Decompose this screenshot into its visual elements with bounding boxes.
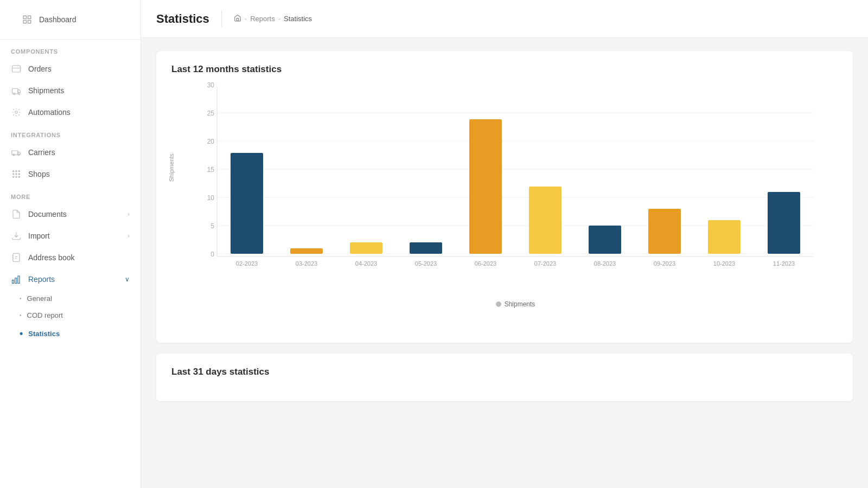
dashboard-label: Dashboard — [39, 15, 76, 24]
svg-rect-0 — [23, 16, 26, 18]
svg-rect-24 — [18, 276, 20, 284]
top-bar: Statistics - Reports - Statistics — [141, 0, 868, 38]
carriers-icon — [11, 147, 22, 158]
svg-text:02-2023: 02-2023 — [236, 260, 258, 267]
bar-02-2023 — [231, 153, 263, 254]
sidebar-item-documents[interactable]: Documents › — [0, 203, 141, 225]
shipments-icon — [11, 85, 22, 96]
sidebar-item-carriers[interactable]: Carriers — [0, 142, 141, 163]
components-section-label: COMPONENTS — [0, 40, 141, 58]
sidebar-item-import-label: Import — [28, 232, 50, 240]
import-icon — [11, 230, 22, 241]
sidebar-item-reports[interactable]: Reports ∨ — [0, 268, 141, 290]
chart-31days-title: Last 31 days statistics — [171, 367, 838, 377]
bar-11-2023 — [768, 192, 800, 254]
y-axis-label: Shipments — [168, 146, 175, 189]
sidebar-item-shops-label: Shops — [28, 170, 50, 178]
svg-point-15 — [13, 174, 14, 175]
svg-text:11-2023: 11-2023 — [773, 260, 795, 267]
breadcrumb-reports[interactable]: Reports — [250, 15, 275, 23]
bar-chart-12months: 0 5 10 15 20 25 30 02-2023 — [193, 86, 838, 292]
svg-text:03-2023: 03-2023 — [296, 260, 317, 267]
sidebar-sub-general-label: General — [27, 294, 52, 303]
sidebar-item-import[interactable]: Import › — [0, 225, 141, 247]
svg-text:10-2023: 10-2023 — [713, 260, 735, 267]
sidebar-item-carriers-label: Carriers — [28, 148, 55, 157]
svg-text:0: 0 — [210, 251, 214, 258]
bar-05-2023 — [410, 242, 442, 254]
sidebar-sub-cod-label: COD report — [27, 311, 63, 319]
address-book-icon — [11, 252, 22, 263]
content-area: Last 12 months statistics Shipments — [141, 38, 868, 414]
sidebar-item-shipments[interactable]: Shipments — [0, 80, 141, 101]
svg-text:08-2023: 08-2023 — [594, 260, 616, 267]
sidebar-item-address-book-label: Address book — [28, 253, 75, 262]
breadcrumb-home-icon[interactable] — [234, 14, 241, 23]
bar-08-2023 — [589, 226, 621, 254]
svg-rect-2 — [23, 21, 26, 23]
breadcrumb-sep2: - — [278, 15, 280, 23]
orders-icon — [11, 63, 22, 74]
svg-point-14 — [18, 171, 20, 172]
statistics-bullet: • — [20, 328, 23, 339]
svg-rect-9 — [12, 151, 18, 155]
cod-bullet: • — [20, 312, 22, 318]
svg-point-13 — [16, 171, 17, 172]
bar-07-2023 — [529, 187, 561, 254]
svg-text:07-2023: 07-2023 — [534, 260, 556, 267]
sidebar-sub-cod[interactable]: • COD report — [0, 307, 141, 324]
svg-text:20: 20 — [207, 138, 215, 145]
svg-text:15: 15 — [207, 166, 215, 174]
sidebar-section-more: MORE Documents › Import › Address book — [0, 185, 141, 344]
svg-rect-4 — [12, 66, 21, 72]
svg-rect-25 — [237, 18, 239, 21]
sidebar-item-shops[interactable]: Shops — [0, 163, 141, 185]
svg-text:04-2023: 04-2023 — [355, 260, 377, 267]
svg-point-20 — [18, 176, 20, 177]
sidebar-sub-statistics[interactable]: • Statistics — [0, 324, 141, 344]
legend-label-shipments: Shipments — [505, 300, 535, 308]
dashboard-icon — [22, 14, 33, 25]
sidebar-item-documents-label: Documents — [28, 210, 67, 219]
svg-text:05-2023: 05-2023 — [415, 260, 437, 267]
svg-text:06-2023: 06-2023 — [475, 260, 496, 267]
svg-text:10: 10 — [207, 194, 215, 202]
svg-point-16 — [16, 174, 17, 175]
chart-12months-card: Last 12 months statistics Shipments — [156, 51, 853, 343]
page-title: Statistics — [156, 12, 209, 26]
svg-point-12 — [13, 171, 14, 172]
chart-12months-title: Last 12 months statistics — [171, 64, 838, 75]
svg-text:09-2023: 09-2023 — [654, 260, 675, 267]
automations-icon — [11, 107, 22, 118]
svg-point-11 — [18, 154, 20, 156]
breadcrumb: - Reports - Statistics — [234, 14, 312, 23]
sidebar-item-automations[interactable]: Automations — [0, 101, 141, 123]
sidebar-item-address-book[interactable]: Address book — [0, 247, 141, 268]
svg-point-8 — [15, 111, 18, 114]
svg-point-7 — [18, 93, 20, 95]
sidebar-item-orders[interactable]: Orders — [0, 58, 141, 80]
top-bar-divider — [221, 11, 222, 27]
svg-text:25: 25 — [207, 110, 215, 117]
integrations-section-label: INTEGRATIONS — [0, 123, 141, 142]
svg-rect-3 — [28, 21, 31, 23]
bar-03-2023 — [290, 248, 323, 254]
sidebar-sub-general[interactable]: • General — [0, 290, 141, 307]
svg-rect-21 — [13, 254, 20, 262]
svg-text:5: 5 — [210, 222, 214, 230]
sidebar: Dashboard COMPONENTS Orders Shipments Au… — [0, 0, 141, 488]
more-section-label: MORE — [0, 185, 141, 203]
reports-icon — [11, 274, 22, 285]
import-arrow-icon: › — [127, 232, 130, 240]
legend-dot-shipments — [496, 301, 501, 307]
sidebar-item-shipments-label: Shipments — [28, 86, 64, 95]
sidebar-section-integrations: INTEGRATIONS Carriers Shops — [0, 123, 141, 185]
sidebar-top: Dashboard — [0, 0, 141, 40]
sidebar-item-dashboard[interactable]: Dashboard — [11, 9, 130, 30]
main-content: Statistics - Reports - Statistics Last 1… — [141, 0, 868, 488]
chart-31days-card: Last 31 days statistics — [156, 354, 853, 401]
documents-icon — [11, 209, 22, 220]
sidebar-item-orders-label: Orders — [28, 65, 52, 73]
reports-arrow-icon: ∨ — [125, 275, 130, 283]
sidebar-item-automations-label: Automations — [28, 108, 71, 117]
